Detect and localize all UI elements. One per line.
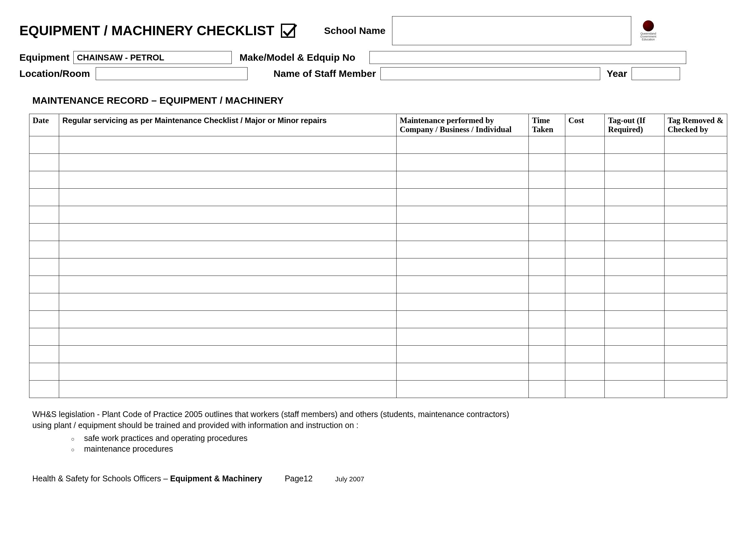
table-cell[interactable] — [396, 328, 528, 346]
table-cell[interactable] — [529, 206, 565, 223]
table-cell[interactable] — [605, 154, 664, 171]
table-cell[interactable] — [565, 136, 605, 154]
year-input[interactable] — [632, 67, 680, 80]
table-cell[interactable] — [605, 346, 664, 363]
table-cell[interactable] — [59, 189, 396, 206]
table-cell[interactable] — [529, 381, 565, 398]
table-cell[interactable] — [396, 241, 528, 258]
table-cell[interactable] — [565, 206, 605, 223]
table-cell[interactable] — [664, 276, 727, 293]
table-cell[interactable] — [396, 363, 528, 381]
table-cell[interactable] — [565, 258, 605, 276]
table-cell[interactable] — [605, 381, 664, 398]
table-cell[interactable] — [396, 154, 528, 171]
table-cell[interactable] — [529, 311, 565, 328]
table-cell[interactable] — [529, 258, 565, 276]
table-cell[interactable] — [664, 171, 727, 189]
table-cell[interactable] — [396, 223, 528, 241]
table-cell[interactable] — [529, 328, 565, 346]
table-cell[interactable] — [565, 154, 605, 171]
table-cell[interactable] — [664, 136, 727, 154]
table-cell[interactable] — [396, 311, 528, 328]
equipment-value[interactable]: CHAINSAW - PETROL — [73, 51, 232, 64]
table-cell[interactable] — [29, 328, 59, 346]
table-cell[interactable] — [59, 328, 396, 346]
table-cell[interactable] — [529, 241, 565, 258]
table-cell[interactable] — [29, 258, 59, 276]
table-cell[interactable] — [29, 293, 59, 311]
table-cell[interactable] — [59, 223, 396, 241]
table-cell[interactable] — [565, 328, 605, 346]
table-cell[interactable] — [605, 223, 664, 241]
table-cell[interactable] — [29, 381, 59, 398]
table-cell[interactable] — [565, 293, 605, 311]
table-cell[interactable] — [529, 276, 565, 293]
table-cell[interactable] — [59, 311, 396, 328]
table-cell[interactable] — [529, 293, 565, 311]
table-cell[interactable] — [29, 206, 59, 223]
table-cell[interactable] — [59, 381, 396, 398]
table-cell[interactable] — [605, 363, 664, 381]
table-cell[interactable] — [565, 276, 605, 293]
table-cell[interactable] — [565, 223, 605, 241]
staff-member-input[interactable] — [380, 67, 600, 80]
table-cell[interactable] — [605, 136, 664, 154]
table-cell[interactable] — [396, 381, 528, 398]
table-cell[interactable] — [664, 363, 727, 381]
table-cell[interactable] — [59, 346, 396, 363]
table-cell[interactable] — [605, 328, 664, 346]
table-cell[interactable] — [605, 293, 664, 311]
table-cell[interactable] — [565, 189, 605, 206]
table-cell[interactable] — [664, 311, 727, 328]
location-room-input[interactable] — [96, 67, 248, 80]
table-cell[interactable] — [29, 346, 59, 363]
make-model-input[interactable] — [369, 51, 686, 64]
table-cell[interactable] — [396, 189, 528, 206]
table-cell[interactable] — [664, 328, 727, 346]
table-cell[interactable] — [396, 136, 528, 154]
table-cell[interactable] — [396, 276, 528, 293]
table-cell[interactable] — [529, 189, 565, 206]
table-cell[interactable] — [396, 346, 528, 363]
table-cell[interactable] — [664, 381, 727, 398]
table-cell[interactable] — [605, 241, 664, 258]
table-cell[interactable] — [605, 276, 664, 293]
table-cell[interactable] — [664, 258, 727, 276]
table-cell[interactable] — [565, 381, 605, 398]
table-cell[interactable] — [664, 223, 727, 241]
table-cell[interactable] — [529, 136, 565, 154]
table-cell[interactable] — [29, 223, 59, 241]
table-cell[interactable] — [59, 154, 396, 171]
table-cell[interactable] — [529, 363, 565, 381]
table-cell[interactable] — [529, 171, 565, 189]
table-cell[interactable] — [565, 171, 605, 189]
table-cell[interactable] — [29, 136, 59, 154]
table-cell[interactable] — [664, 293, 727, 311]
table-cell[interactable] — [59, 258, 396, 276]
table-cell[interactable] — [664, 206, 727, 223]
table-cell[interactable] — [396, 171, 528, 189]
table-cell[interactable] — [59, 293, 396, 311]
table-cell[interactable] — [59, 363, 396, 381]
table-cell[interactable] — [565, 241, 605, 258]
table-cell[interactable] — [59, 276, 396, 293]
table-cell[interactable] — [565, 346, 605, 363]
table-cell[interactable] — [396, 206, 528, 223]
table-cell[interactable] — [29, 276, 59, 293]
school-name-input[interactable] — [392, 16, 631, 45]
table-cell[interactable] — [29, 171, 59, 189]
table-cell[interactable] — [529, 154, 565, 171]
table-cell[interactable] — [605, 189, 664, 206]
table-cell[interactable] — [529, 223, 565, 241]
table-cell[interactable] — [396, 258, 528, 276]
table-cell[interactable] — [29, 363, 59, 381]
table-cell[interactable] — [529, 346, 565, 363]
table-cell[interactable] — [29, 189, 59, 206]
table-cell[interactable] — [664, 346, 727, 363]
table-cell[interactable] — [605, 206, 664, 223]
table-cell[interactable] — [664, 154, 727, 171]
table-cell[interactable] — [396, 293, 528, 311]
table-cell[interactable] — [565, 363, 605, 381]
table-cell[interactable] — [59, 206, 396, 223]
table-cell[interactable] — [605, 258, 664, 276]
